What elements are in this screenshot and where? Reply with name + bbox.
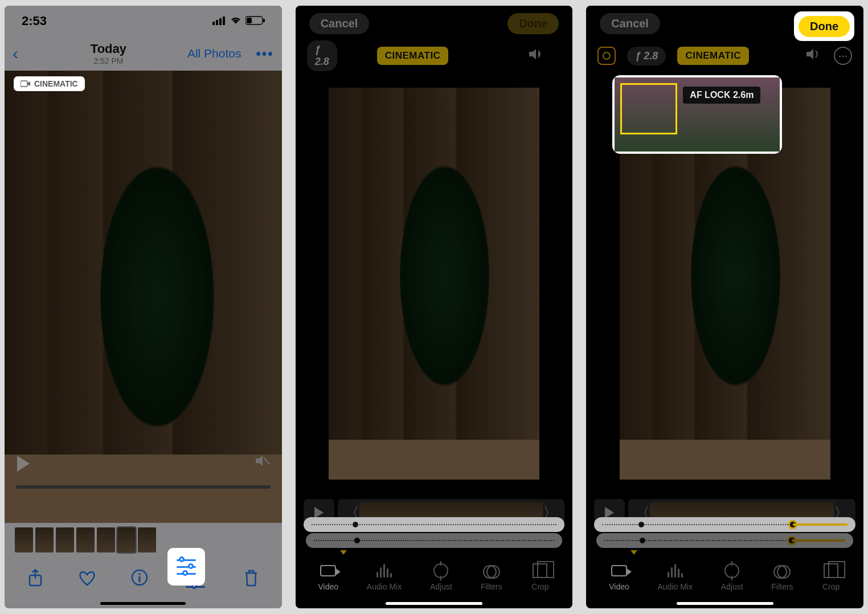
- status-right: 30: [212, 14, 265, 28]
- svg-rect-0: [212, 22, 215, 25]
- mute-icon[interactable]: [255, 453, 271, 472]
- scrubber[interactable]: [16, 485, 271, 489]
- thumbnail[interactable]: [15, 527, 33, 552]
- back-button[interactable]: ‹: [13, 44, 30, 63]
- nav-title: Today: [34, 42, 183, 56]
- tab-video[interactable]: Video: [318, 563, 339, 591]
- cinematic-badge[interactable]: CINEMATIC: [677, 47, 749, 65]
- aperture-button[interactable]: ƒ 2.8: [627, 47, 666, 66]
- cinematic-badge: CINEMATIC: [14, 76, 85, 91]
- thumbnail[interactable]: [117, 527, 136, 552]
- phone-2-edit-cinematic: Cancel Done ƒ 2.8 CINEMATIC ⋯ 〈 〉 Vid: [296, 6, 573, 608]
- video-icon: [21, 80, 31, 88]
- volume-icon[interactable]: [528, 47, 545, 65]
- playhead-marker-icon: [340, 550, 347, 555]
- svg-rect-5: [247, 18, 252, 23]
- battery-icon: 30: [245, 14, 265, 28]
- done-button-highlighted[interactable]: Done: [799, 16, 850, 37]
- favorite-button[interactable]: [78, 570, 96, 591]
- edit-topbar: Cancel Done: [296, 6, 573, 41]
- volume-icon[interactable]: [805, 47, 822, 65]
- cellular-icon: [212, 14, 226, 28]
- svg-rect-8: [21, 81, 27, 87]
- photo-viewport[interactable]: CINEMATIC: [5, 71, 282, 523]
- thumbnail[interactable]: [97, 527, 115, 552]
- nav-subtitle: 2:52 PM: [34, 56, 183, 66]
- tab-filters[interactable]: Filters: [771, 563, 793, 591]
- status-time: 2:53: [22, 14, 47, 28]
- edit-toolbar: ƒ 2.8 CINEMATIC ⋯: [586, 41, 863, 71]
- playhead-marker-icon: [630, 550, 637, 555]
- cancel-button[interactable]: Cancel: [600, 13, 660, 34]
- cinematic-badge[interactable]: CINEMATIC: [377, 47, 449, 65]
- svg-text:30: 30: [255, 18, 261, 24]
- sliders-icon: [177, 558, 196, 575]
- highlight-focus-track: [304, 514, 565, 537]
- bottom-toolbar: [5, 557, 282, 608]
- thumbnail[interactable]: [35, 527, 54, 552]
- svg-rect-1: [216, 20, 218, 25]
- home-indicator: [100, 602, 186, 605]
- highlight-done-button: Done: [794, 11, 854, 41]
- info-button[interactable]: [131, 569, 148, 591]
- svg-rect-6: [263, 19, 265, 22]
- done-button[interactable]: Done: [507, 13, 559, 34]
- more-button[interactable]: •••: [256, 46, 273, 62]
- tab-audio-mix[interactable]: Audio Mix: [657, 563, 692, 591]
- edit-canvas[interactable]: [296, 71, 573, 497]
- share-button[interactable]: [27, 568, 43, 591]
- cancel-button[interactable]: Cancel: [309, 13, 370, 34]
- highlight-focus-track: [594, 514, 855, 537]
- svg-rect-13: [139, 576, 141, 582]
- thumbnail[interactable]: [138, 527, 156, 552]
- all-photos-button[interactable]: All Photos: [187, 47, 241, 60]
- focus-track-highlighted[interactable]: [594, 517, 855, 532]
- nav-bar: ‹ Today 2:52 PM All Photos •••: [5, 36, 282, 71]
- home-indicator: [677, 602, 773, 605]
- thumbnail[interactable]: [76, 527, 95, 552]
- photo-content: [5, 71, 282, 523]
- highlight-edit-button: [167, 548, 205, 586]
- video-frame: [329, 88, 539, 480]
- focus-track-highlighted[interactable]: [304, 517, 565, 532]
- status-bar: 2:53 30: [5, 6, 282, 36]
- tab-crop[interactable]: Crop: [530, 563, 550, 591]
- home-indicator: [386, 602, 482, 605]
- focus-mode-icon[interactable]: [597, 47, 616, 65]
- tab-adjust[interactable]: Adjust: [430, 563, 452, 591]
- edit-tabs: Video Audio Mix Adjust Filters Crop: [296, 555, 573, 608]
- wifi-icon: [230, 14, 242, 28]
- thumbnail[interactable]: [56, 527, 74, 552]
- phone-3-edit-aflock: Cancel Done ƒ 2.8 CINEMATIC ⋯ AF LOCK 2.…: [586, 6, 863, 608]
- phone-1-photos-viewer: 2:53 30 ‹ Today 2:52 PM All Photos ••• C…: [5, 6, 282, 608]
- highlight-af-lock: AF LOCK 2.6m: [615, 77, 780, 152]
- edit-toolbar: ƒ 2.8 CINEMATIC ⋯: [296, 41, 573, 71]
- svg-rect-2: [219, 18, 222, 25]
- aperture-button[interactable]: ƒ 2.8: [307, 40, 337, 71]
- delete-button[interactable]: [243, 568, 259, 591]
- svg-point-12: [139, 573, 141, 575]
- tab-audio-mix[interactable]: Audio Mix: [367, 563, 402, 591]
- play-icon[interactable]: [17, 456, 30, 472]
- svg-line-9: [264, 457, 269, 464]
- thumbnail-strip[interactable]: [5, 523, 282, 557]
- edit-tabs: Video Audio Mix Adjust Filters Crop: [586, 555, 863, 608]
- tab-video[interactable]: Video: [609, 563, 629, 591]
- tab-crop[interactable]: Crop: [821, 563, 841, 591]
- nav-title-block: Today 2:52 PM: [34, 42, 183, 66]
- tab-filters[interactable]: Filters: [481, 563, 502, 591]
- tab-adjust[interactable]: Adjust: [721, 563, 743, 591]
- svg-rect-3: [223, 17, 225, 25]
- more-options-button[interactable]: ⋯: [834, 47, 852, 65]
